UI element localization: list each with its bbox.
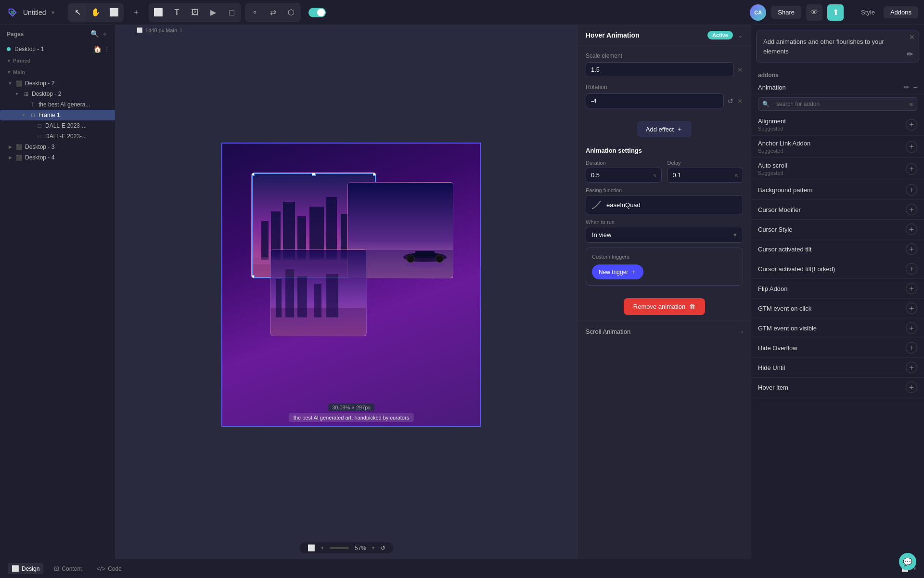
rotation-reset-icon[interactable]: ↺: [728, 97, 733, 105]
tooltip-close-button[interactable]: ✕: [909, 33, 915, 41]
addon-item-cursor-modifier[interactable]: Cursor Modifier ＋: [751, 200, 924, 220]
addon-add-button[interactable]: ＋: [906, 322, 917, 334]
addon-add-button[interactable]: ＋: [906, 163, 917, 175]
link-tool[interactable]: ⇄: [264, 4, 282, 21]
addon-item-hide-until[interactable]: Hide Until ＋: [751, 358, 924, 378]
addon-add-button[interactable]: ＋: [906, 119, 917, 131]
scale-clear-icon[interactable]: ✕: [737, 66, 743, 74]
preview-button[interactable]: 👁: [806, 4, 822, 21]
animation-settings-title: Animation settings: [586, 147, 743, 154]
addon-add-button[interactable]: ＋: [906, 362, 917, 373]
upload-button[interactable]: ⬆: [827, 4, 844, 21]
duration-value: 0.5: [591, 171, 600, 179]
shape-tool[interactable]: ◻: [223, 4, 240, 21]
addon-search-input[interactable]: [771, 98, 909, 110]
component-tool[interactable]: ⬡: [282, 4, 300, 21]
toggle-switch[interactable]: [308, 8, 326, 17]
tree-item-text-ai[interactable]: T the best AI genera...: [0, 99, 115, 110]
text-tool[interactable]: T: [168, 4, 185, 21]
comment-tool[interactable]: ⬜: [105, 4, 123, 21]
addon-add-button[interactable]: ＋: [906, 223, 917, 235]
chat-button[interactable]: 💬: [899, 553, 916, 570]
tree-item-frame-1[interactable]: ▼ ⊡ Frame 1 🔒 👁 ⊙: [0, 110, 115, 120]
addon-add-button[interactable]: ＋: [906, 184, 917, 196]
tab-code[interactable]: </> Code: [92, 563, 125, 574]
frame-tool[interactable]: ⬜: [150, 4, 167, 21]
addon-add-button[interactable]: ＋: [906, 204, 917, 215]
edit-animation-icon[interactable]: ✏: [904, 83, 910, 91]
duration-input[interactable]: 0.5 s: [586, 168, 662, 183]
remove-animation-button[interactable]: Remove animation 🗑: [624, 298, 705, 315]
addon-item-flip[interactable]: Flip Addon ＋: [751, 279, 924, 299]
select-tool[interactable]: ↖: [69, 4, 86, 21]
page-item-desktop-1[interactable]: Desktop - 1 🏠 ⋮: [0, 43, 115, 55]
main-canvas-frame[interactable]: Frame 1: [221, 143, 481, 427]
hand-tool[interactable]: ✋: [87, 4, 104, 21]
addon-item-info: Alignment Suggested: [758, 118, 786, 131]
hover-anim-collapse-icon[interactable]: ⌄: [738, 32, 743, 39]
addon-add-button[interactable]: ＋: [906, 243, 917, 255]
tree-item-desktop-4[interactable]: ▶ ⬛ Desktop - 4: [0, 152, 115, 163]
tab-addons[interactable]: Addons: [884, 6, 918, 18]
when-dropdown[interactable]: In view ▾: [586, 227, 743, 243]
addon-name: Cursor activated tilt: [758, 246, 811, 253]
remove-animation-icon[interactable]: −: [913, 83, 917, 91]
addon-item-bg-pattern[interactable]: Background pattern ＋: [751, 180, 924, 200]
addon-item-auto-scroll[interactable]: Auto scroll Suggested ＋: [751, 158, 924, 180]
zoom-dropdown-icon[interactable]: ▾: [372, 545, 374, 551]
addon-add-button[interactable]: ＋: [906, 342, 917, 354]
pinned-label[interactable]: ▼ Pinned: [7, 58, 108, 64]
scroll-animation-row[interactable]: Scroll Animation ›: [578, 321, 751, 342]
connect-tool[interactable]: ⚬: [246, 4, 263, 21]
addon-item-alignment[interactable]: Alignment Suggested ＋: [751, 114, 924, 136]
video-tool[interactable]: ▶: [205, 4, 222, 21]
tree-item-desktop-2b[interactable]: ▼ ⊞ Desktop - 2: [0, 89, 115, 99]
addon-item-cursor-tilt-forked[interactable]: Cursor activated tilt(Forked) ＋: [751, 259, 924, 279]
tree-item-desktop-2a[interactable]: ▼ ⬛ Desktop - 2: [0, 78, 115, 89]
home-icon[interactable]: 🏠: [93, 45, 102, 53]
tree-item-dalle-1[interactable]: □ DALL-E 2023-...: [0, 120, 115, 131]
filter-icon[interactable]: ≡: [909, 101, 913, 108]
addon-item-info: Hide Until: [758, 364, 785, 371]
tab-content[interactable]: ⊡ Content: [50, 563, 86, 574]
addon-item-gtm-visible[interactable]: GTM event on visible ＋: [751, 318, 924, 338]
addon-add-button[interactable]: ＋: [906, 141, 917, 153]
tree-item-dalle-2[interactable]: □ DALL-E 2023-...: [0, 131, 115, 142]
delay-input[interactable]: 0.1 s: [667, 168, 744, 183]
search-pages-icon[interactable]: 🔍: [90, 30, 99, 39]
share-button[interactable]: Share: [771, 6, 801, 19]
add-tool[interactable]: ＋: [128, 4, 145, 21]
main-label[interactable]: ▼ Main: [7, 69, 108, 75]
addon-sub: Suggested: [758, 126, 786, 131]
tree-item-desktop-3[interactable]: ▶ ⬛ Desktop - 3: [0, 142, 115, 152]
tab-style[interactable]: Style: [854, 6, 882, 18]
tab-design[interactable]: ⬜ Design: [8, 563, 43, 574]
rotation-clear-icon[interactable]: ✕: [737, 97, 743, 105]
addon-add-button[interactable]: ＋: [906, 302, 917, 314]
scale-input[interactable]: [586, 62, 733, 77]
add-effect-button[interactable]: Add effect ＋: [637, 121, 692, 137]
addon-add-button[interactable]: ＋: [906, 263, 917, 275]
image-tool[interactable]: 🖼: [186, 4, 204, 21]
new-trigger-button[interactable]: New trigger ＋: [592, 264, 643, 279]
add-page-icon[interactable]: ＋: [102, 30, 108, 39]
addon-item-anchor-link[interactable]: Anchor Link Addon Suggested ＋: [751, 136, 924, 158]
refresh-icon[interactable]: ↺: [380, 544, 385, 552]
scroll-animation-chevron-icon: ›: [741, 328, 743, 335]
zoom-chevron-icon[interactable]: ▾: [321, 545, 324, 551]
addon-item-hide-overflow[interactable]: Hide Overflow ＋: [751, 338, 924, 358]
rotation-input[interactable]: [586, 93, 724, 108]
screen-icon[interactable]: ⬜: [308, 544, 315, 552]
addon-add-button[interactable]: ＋: [906, 381, 917, 393]
addon-item-cursor-style[interactable]: Cursor Style ＋: [751, 220, 924, 239]
addon-item-info: Cursor Modifier: [758, 206, 801, 213]
addon-item-cursor-tilt[interactable]: Cursor activated tilt ＋: [751, 239, 924, 259]
title-chevron-icon[interactable]: ▾: [51, 9, 54, 16]
easing-input[interactable]: easeInQuad: [586, 195, 743, 214]
addon-item-gtm-click[interactable]: GTM event on click ＋: [751, 299, 924, 318]
bottom-bar: ⬜ Design ⊡ Content </> Code ⬜ ▾: [0, 559, 924, 578]
user-avatar[interactable]: CA: [750, 4, 766, 21]
addon-item-hover-item[interactable]: Hover item ＋: [751, 378, 924, 397]
addon-add-button[interactable]: ＋: [906, 283, 917, 294]
more-icon[interactable]: ⋮: [103, 45, 110, 53]
